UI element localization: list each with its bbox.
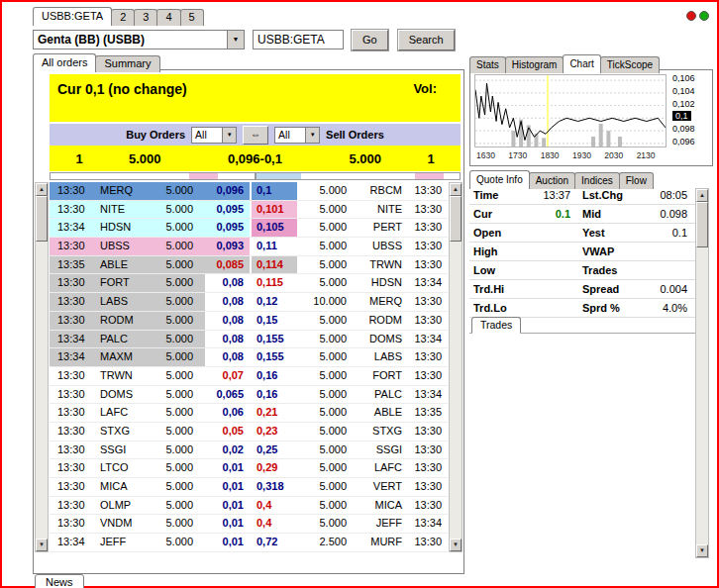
order-row[interactable]: 13:30OLMP5.0000,010,45.000MICA13:30: [50, 497, 448, 516]
order-row[interactable]: 13:30LABS5.0000,080,1210.000MERQ13:30: [50, 293, 448, 312]
depth-segment: [257, 173, 301, 179]
order-row[interactable]: 13:30UBSS5.0000,0930,115.000UBSS13:30: [50, 238, 448, 256]
scroll-down-icon[interactable]: ▼: [450, 539, 462, 551]
quote-value: 08:05: [636, 189, 695, 201]
quote-value: 0.1: [636, 227, 695, 239]
buy-broker-cell: OLMP: [92, 497, 146, 515]
current-price-tick: 0,1: [672, 111, 691, 121]
quote-label: VWAP: [578, 245, 636, 257]
tab-histogram[interactable]: Histogram: [505, 56, 565, 73]
sell-time-cell: 13:30: [408, 219, 448, 237]
depth-segment: [189, 173, 218, 179]
orders-panel-tabs: All ordersSummary: [33, 53, 159, 72]
order-row[interactable]: 13:30RODM5.0000,080,155.000RODM13:30: [50, 312, 448, 331]
sell-broker-cell: SSGI: [357, 441, 408, 459]
scroll-track[interactable]: [696, 202, 708, 544]
scroll-up-icon[interactable]: ▲: [450, 183, 462, 196]
window-controls: [686, 11, 709, 21]
x-tick-label: 1730: [506, 150, 538, 160]
tab-auction[interactable]: Auction: [529, 172, 575, 189]
scroll-down-icon[interactable]: ▼: [696, 544, 708, 557]
sell-price-cell: 0,16: [250, 367, 297, 385]
buy-volume-cell: 5.000: [146, 293, 205, 311]
chart-plot-area[interactable]: [474, 74, 667, 147]
go-button[interactable]: Go: [352, 30, 388, 50]
quote-label: Lst.Chg: [578, 189, 636, 201]
trading-terminal-window: USBB:GETA2345 Genta (BB) (USBB) ▼ Go Sea…: [0, 0, 719, 588]
order-row[interactable]: 13:34JEFF5.0000,010,722.500MURF13:30: [50, 534, 448, 552]
order-row[interactable]: 13:30FORT5.0000,080,1155.000HDSN13:34: [50, 274, 448, 293]
dropdown-arrow-icon[interactable]: ▼: [305, 128, 319, 143]
quote-row: Trd.LoSprd %4.0%: [469, 299, 695, 318]
buy-orders-label: Buy Orders: [126, 129, 185, 141]
tab-news[interactable]: News: [35, 574, 84, 588]
order-row[interactable]: 13:30TRWN5.0000,070,165.000FORT13:30: [50, 367, 448, 386]
scroll-track[interactable]: [450, 196, 462, 539]
order-row[interactable]: 13:34MAXM5.0000,080,1555.000LABS13:30: [50, 348, 448, 367]
scroll-up-icon[interactable]: ▲: [36, 183, 48, 196]
sell-filter-dropdown[interactable]: All ▼: [274, 127, 320, 144]
doc-tab-4[interactable]: 4: [156, 9, 180, 26]
order-row[interactable]: 13:30MERQ5.0000,0960,15.000RBCM13:30: [50, 182, 448, 201]
tab-summary[interactable]: Summary: [95, 55, 159, 72]
scroll-up-icon[interactable]: ▲: [696, 189, 708, 202]
tab-stats[interactable]: Stats: [469, 56, 506, 73]
buy-time-cell: 13:30: [50, 238, 92, 255]
sell-broker-cell: MURF: [357, 534, 408, 551]
scroll-down-icon[interactable]: ▼: [36, 539, 48, 551]
sell-broker-cell: TRWN: [357, 256, 408, 274]
link-filters-button[interactable]: ⇔: [243, 126, 268, 145]
sell-volume-cell: 5.000: [297, 404, 357, 422]
sell-time-cell: 13:30: [408, 293, 448, 311]
depth-segment: [51, 173, 189, 179]
buy-price-cell: 0,08: [205, 331, 250, 348]
sell-time-cell: 13:30: [408, 367, 448, 385]
buy-price-cell: 0,01: [205, 459, 250, 477]
doc-tab-usbb-geta[interactable]: USBB:GETA: [33, 7, 112, 26]
scroll-thumb[interactable]: [450, 196, 462, 242]
buy-filter-dropdown[interactable]: All ▼: [191, 127, 237, 144]
dropdown-arrow-icon[interactable]: ▼: [222, 128, 236, 143]
order-row[interactable]: 13:30NITE5.0000,0950,1015.000NITE13:30: [50, 201, 448, 220]
window-dot-red-icon[interactable]: [686, 11, 696, 21]
order-row[interactable]: 13:30SSGI5.0000,020,255.000SSGI13:30: [50, 441, 448, 460]
scroll-track[interactable]: [36, 196, 48, 539]
instrument-dropdown[interactable]: Genta (BB) (USBB) ▼: [33, 30, 245, 49]
buy-price-cell: 0,06: [205, 404, 250, 422]
tab-trades[interactable]: Trades: [471, 317, 521, 334]
quote-value: 0.1: [515, 208, 578, 220]
tab-all-orders[interactable]: All orders: [33, 53, 96, 72]
symbol-input[interactable]: [253, 30, 344, 49]
order-row[interactable]: 13:30VNDM5.0000,010,45.000JEFF13:34: [50, 515, 448, 534]
orderbook-left-scrollbar[interactable]: ▲▼: [35, 182, 49, 552]
sell-volume-cell: 5.000: [297, 478, 357, 496]
buy-volume-cell: 5.000: [146, 459, 205, 477]
doc-tab-3[interactable]: 3: [134, 9, 157, 26]
tab-tickscope[interactable]: TickScope: [600, 56, 660, 73]
tab-chart[interactable]: Chart: [563, 54, 600, 73]
order-row[interactable]: 13:34PALC5.0000,080,1555.000DOMS13:34: [50, 331, 448, 349]
doc-tab-2[interactable]: 2: [111, 9, 135, 26]
quote-info-table: Time13:37Lst.Chg08:05Cur0.1Mid0.098OpenY…: [469, 186, 695, 318]
order-row[interactable]: 13:30MICA5.0000,010,3185.000VERT13:30: [50, 478, 448, 497]
order-row[interactable]: 13:34HDSN5.0000,0950,1055.000PERT13:30: [50, 219, 448, 238]
tab-indices[interactable]: Indices: [574, 172, 620, 189]
quote-label: High: [469, 245, 515, 257]
order-row[interactable]: 13:30DOMS5.0000,0650,165.000PALC13:34: [50, 386, 448, 405]
search-button[interactable]: Search: [398, 30, 455, 50]
order-row[interactable]: 13:30LTCO5.0000,010,295.000LAFC13:30: [50, 459, 448, 478]
sell-broker-cell: RODM: [357, 312, 408, 330]
right-panel-scrollbar[interactable]: ▲▼: [695, 188, 709, 558]
dropdown-arrow-icon[interactable]: ▼: [227, 31, 244, 49]
window-dot-green-icon[interactable]: [699, 11, 709, 21]
tab-quote-info[interactable]: Quote Info: [469, 170, 530, 189]
scroll-thumb[interactable]: [696, 202, 708, 247]
tab-flow[interactable]: Flow: [619, 172, 654, 189]
buy-broker-cell: MAXM: [92, 348, 146, 366]
scroll-thumb[interactable]: [36, 196, 48, 242]
order-row[interactable]: 13:35ABLE5.0000,0850,1145.000TRWN13:30: [50, 256, 448, 275]
doc-tab-5[interactable]: 5: [180, 9, 204, 26]
orderbook-right-scrollbar[interactable]: ▲▼: [449, 182, 462, 552]
order-row[interactable]: 13:30STXG5.0000,050,235.000STXG13:30: [50, 423, 448, 441]
order-row[interactable]: 13:30LAFC5.0000,060,215.000ABLE13:35: [50, 404, 448, 423]
